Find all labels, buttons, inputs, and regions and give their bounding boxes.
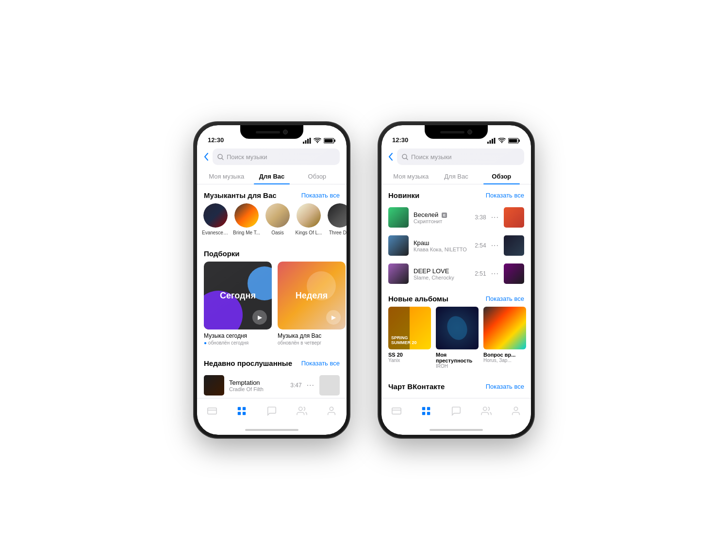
playlist-today[interactable]: Сегодня ▶ Музыка сегодня ● обновлён сего… — [204, 262, 272, 346]
playlists-section-header: Подборки — [197, 243, 347, 262]
artist-item-kol[interactable]: Kings Of L... — [295, 203, 322, 236]
artist-avatar-evanescence — [203, 203, 228, 228]
nav-chat-right[interactable] — [451, 406, 462, 416]
artist-item-bmth[interactable]: Bring Me T... — [233, 203, 260, 236]
track-thumb-deeplove — [504, 264, 524, 284]
playlist-art-week: Неделя ▶ — [278, 262, 346, 329]
artists-show-all[interactable]: Показать все — [301, 192, 340, 199]
search-bar-left[interactable]: Поиск музыки — [213, 148, 340, 165]
track-title-veselei: Веселей E — [414, 211, 470, 218]
nav-wallet-left[interactable] — [207, 406, 217, 416]
nav-profile-left[interactable] — [326, 406, 337, 416]
tabs-left: Моя музыка Для Вас Обзор — [197, 169, 347, 184]
artist-item-oasis[interactable]: Oasis — [264, 203, 291, 236]
track-duration-krash: 2:54 — [475, 242, 486, 249]
playlist-art-today: Сегодня ▶ — [204, 262, 272, 329]
album-horus[interactable]: Вопрос вр... Horus, Зар... — [483, 307, 526, 369]
back-button-left[interactable] — [204, 153, 209, 161]
back-button-right[interactable] — [388, 153, 393, 161]
content-right: Новинки Показать все Веселей E Скриптони… — [381, 184, 531, 398]
album-iroh[interactable]: Моя преступность IROH — [436, 307, 479, 369]
svg-rect-5 — [334, 140, 336, 142]
tab-overview-left[interactable]: Обзор — [295, 169, 340, 184]
track-art-veselei — [388, 207, 409, 228]
svg-point-14 — [298, 407, 302, 410]
wifi-icon-right — [498, 138, 506, 144]
nav-grid-left[interactable] — [236, 406, 247, 416]
track-artist-krash: Клава Кока, NILETTO — [414, 247, 470, 252]
playlist-play-today[interactable]: ▶ — [252, 310, 267, 325]
svg-rect-18 — [492, 139, 493, 144]
album-artist-iroh: IROH — [436, 363, 479, 369]
track-art-deeplove — [388, 264, 409, 284]
nav-friends-left[interactable] — [297, 406, 307, 416]
track-title-krash: Краш — [414, 239, 470, 247]
search-bar-right[interactable]: Поиск музыки — [397, 148, 524, 165]
tab-overview-right[interactable]: Обзор — [479, 169, 524, 184]
svg-rect-30 — [427, 412, 430, 414]
album-name-horus: Вопрос вр... — [483, 352, 526, 358]
nav-wallet-right[interactable] — [391, 406, 402, 416]
track-duration-veselei: 3:38 — [475, 214, 486, 221]
artist-item-three[interactable]: Three D... — [326, 203, 347, 236]
artist-avatar-kol — [297, 203, 321, 228]
tab-for-you-left[interactable]: Для Вас — [249, 169, 294, 184]
nav-friends-right[interactable] — [481, 406, 492, 416]
bottom-nav-right — [381, 398, 531, 425]
album-name-ss20: SS 20 — [388, 352, 431, 358]
nav-chat-left[interactable] — [266, 406, 277, 416]
track-more-krash[interactable]: ··· — [491, 241, 499, 250]
track-krash[interactable]: Краш Клава Кока, NILETTO 2:54 ··· — [381, 231, 531, 260]
track-deeplove[interactable]: DEEP LOVE Slame, Cherocky 2:51 ··· — [381, 260, 531, 288]
svg-rect-3 — [310, 138, 311, 144]
explicit-badge-veselei: E — [442, 213, 447, 218]
track-info-deeplove: DEEP LOVE Slame, Cherocky — [414, 267, 470, 280]
new-section-header: Новинки Показать все — [381, 184, 531, 203]
artist-item-evanescence[interactable]: Evanescen... — [202, 203, 229, 236]
artist-name-bmth: Bring Me T... — [233, 230, 260, 236]
svg-line-8 — [222, 158, 223, 160]
album-ss20[interactable]: SPRINGSUMMER 20 SS 20 Yanix — [388, 307, 431, 369]
track-thumb-veselei — [504, 207, 524, 228]
track-more-temptation[interactable]: ··· — [307, 381, 314, 390]
track-info-krash: Краш Клава Кока, NILETTO — [414, 239, 470, 252]
chart-show-all[interactable]: Показать все — [486, 383, 524, 390]
recent-show-all[interactable]: Показать все — [301, 360, 340, 367]
track-temptation[interactable]: Temptation Cradle Of Filth 3:47 ··· — [197, 371, 347, 398]
artists-row: Evanescen... Bring Me T... Oasis — [197, 203, 347, 243]
nav-grid-right[interactable] — [421, 406, 431, 416]
track-duration-temptation: 3:47 — [290, 382, 301, 389]
playlist-play-week[interactable]: ▶ — [326, 310, 341, 325]
signal-icon — [303, 138, 311, 144]
svg-rect-28 — [427, 407, 430, 410]
speaker — [256, 131, 280, 133]
status-time-right: 12:30 — [392, 136, 408, 144]
recent-section-header: Недавно прослушанные Показать все — [197, 352, 347, 371]
playlist-week[interactable]: Неделя ▶ Музыка для Вас обновлён в четве… — [278, 262, 346, 346]
album-artist-horus: Horus, Зар... — [483, 358, 526, 363]
nav-profile-right[interactable] — [511, 406, 521, 416]
artist-name-kol: Kings Of L... — [295, 230, 322, 236]
track-more-veselei[interactable]: ··· — [491, 213, 499, 222]
tab-my-music-left[interactable]: Моя музыка — [204, 169, 249, 184]
playlists-row: Сегодня ▶ Музыка сегодня ● обновлён сего… — [197, 262, 347, 352]
signal-icon-right — [487, 138, 496, 144]
svg-point-25 — [444, 313, 471, 343]
playlist-updated-week: обновлён в четверг — [278, 340, 346, 346]
tab-for-you-right[interactable]: Для Вас — [433, 169, 479, 184]
track-cadillac[interactable]: Cadillac E MORGENSHTERN, Элджей 2:57 ··· — [381, 395, 531, 398]
track-more-deeplove[interactable]: ··· — [491, 269, 499, 278]
new-show-all[interactable]: Показать все — [486, 192, 524, 199]
new-albums-show-all[interactable]: Показать все — [486, 295, 524, 302]
artist-avatar-bmth — [234, 203, 259, 228]
playlist-name-week: Музыка для Вас — [278, 332, 346, 339]
svg-rect-29 — [422, 412, 425, 414]
track-veselei[interactable]: Веселей E Скриптонит 3:38 ··· — [381, 203, 531, 231]
track-thumb-krash — [504, 235, 524, 256]
playlist-title-today: Сегодня — [220, 291, 256, 301]
tab-my-music-right[interactable]: Моя музыка — [388, 169, 433, 184]
track-thumb-temptation — [319, 375, 340, 395]
svg-rect-26 — [392, 408, 401, 414]
playlists-title: Подборки — [204, 249, 240, 258]
svg-rect-11 — [243, 407, 246, 410]
